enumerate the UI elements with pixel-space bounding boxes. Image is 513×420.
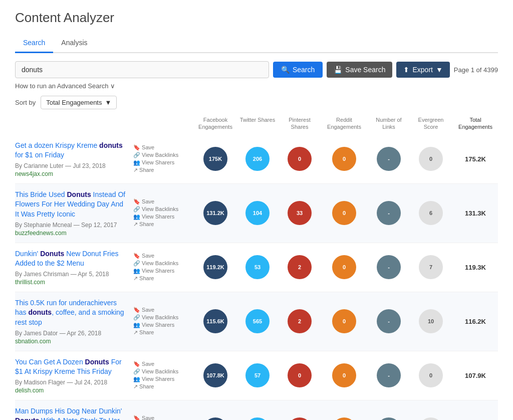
export-icon: ⬆ [403,66,409,74]
result-content: This Bride Used Donuts Instead Of Flower… [15,190,131,237]
share-link[interactable]: ↗ Share [133,329,193,336]
advanced-search-link[interactable]: How to run an Advanced Search ∨ [15,82,498,90]
tab-search[interactable]: Search [15,34,53,53]
table-row: Dunkin' Donuts New Donut Fries Added to … [15,243,498,292]
save-link[interactable]: 🔖 Save [133,415,193,420]
save-link[interactable]: 🔖 Save [133,307,193,313]
col-header-links: Number of Links [369,116,409,131]
result-domain[interactable]: thrillist.com [15,279,126,286]
evergreen-col: 10 [411,309,451,333]
advanced-search-chevron-icon: ∨ [110,82,115,90]
metric-bubble: 103 [245,417,270,420]
metric-bubble: 104 [245,201,270,225]
result-domain[interactable]: delish.com [15,387,126,394]
result-meta: By Carianne Luter — Jul 23, 2018 [15,162,126,169]
twitter-col: 57 [237,363,278,387]
view-sharers-link[interactable]: 👥 View Sharers [133,322,193,328]
total-col: 116.2K [453,318,498,325]
view-backlinks-link[interactable]: 🔗 View Backlinks [133,368,193,375]
metric-bubble: 0 [288,147,312,171]
metric-bubble: 0 [419,147,443,171]
reddit-col: 0 [322,363,367,387]
table-row: Get a dozen Krispy Kreme donuts for $1 o… [15,135,498,184]
result-content: This 0.5K run for underachievers has don… [15,298,131,345]
col-header-facebook: Facebook Engagements [195,116,235,131]
metric-bubble: 565 [245,309,270,333]
pinterest-col: 2 [280,309,320,333]
result-domain[interactable]: news4jax.com [15,170,126,177]
metric-bubble: 33 [288,201,312,225]
metric-bubble: 131.2K [203,201,227,225]
advanced-search-label: How to run an Advanced Search [15,82,108,90]
evergreen-col: 6 [411,201,451,225]
result-meta: By Madison Flager — Jul 24, 2018 [15,379,126,386]
save-link[interactable]: 🔖 Save [133,144,193,151]
facebook-col: 107.8K [195,363,235,387]
pinterest-col: 10 [280,417,320,420]
results-list: Get a dozen Krispy Kreme donuts for $1 o… [15,135,498,420]
page-title: Content Analyzer [15,10,498,26]
result-title[interactable]: This 0.5K run for underachievers has don… [15,298,126,328]
result-title[interactable]: Dunkin' Donuts New Donut Fries Added to … [15,249,126,269]
links-col: - [369,255,409,279]
save-search-button[interactable]: 💾 Save Search [327,62,392,78]
table-row: This Bride Used Donuts Instead Of Flower… [15,184,498,243]
save-link[interactable]: 🔖 Save [133,253,193,259]
view-backlinks-link[interactable]: 🔗 View Backlinks [133,152,193,158]
view-sharers-link[interactable]: 👥 View Sharers [133,214,193,220]
metric-bubble: 53 [245,255,270,279]
reddit-col: 0 [322,309,367,333]
view-sharers-link[interactable]: 👥 View Sharers [133,268,193,274]
col-header-title [15,116,131,131]
result-content: Man Dumps His Dog Near Dunkin' Donuts Wi… [15,406,131,420]
save-link[interactable]: 🔖 Save [133,361,193,367]
reddit-col: 0 [322,201,367,225]
view-backlinks-link[interactable]: 🔗 View Backlinks [133,206,193,213]
save-link[interactable]: 🔖 Save [133,198,193,205]
share-link[interactable]: ↗ Share [133,383,193,390]
share-link[interactable]: ↗ Share [133,275,193,282]
result-domain[interactable]: buzzfeednews.com [15,230,126,237]
search-input[interactable] [15,61,269,78]
result-content: Get a dozen Krispy Kreme donuts for $1 o… [15,141,131,177]
result-content: Dunkin' Donuts New Donut Fries Added to … [15,249,131,286]
share-link[interactable]: ↗ Share [133,167,193,173]
metric-bubble: 0 [332,363,356,387]
reddit-col: 0 [322,417,367,420]
result-meta: By James Dator — Apr 26, 2018 [15,330,126,337]
view-sharers-link[interactable]: 👥 View Sharers [133,376,193,382]
export-button[interactable]: ⬆ Export ▼ [396,62,449,78]
view-backlinks-link[interactable]: 🔗 View Backlinks [133,314,193,321]
metric-bubble: 10 [288,417,312,420]
col-header-actions [133,116,193,131]
sort-row: Sort by Total Engagements ▼ [15,96,498,109]
metric-bubble: 119.2K [203,255,227,279]
result-title[interactable]: You Can Get A Dozen Donuts For $1 At Kri… [15,357,126,377]
metric-bubble: 206 [245,147,270,171]
table-row: You Can Get A Dozen Donuts For $1 At Kri… [15,351,498,400]
metric-bubble: 107.8K [203,363,227,387]
total-col: 131.3K [453,209,498,217]
result-title[interactable]: This Bride Used Donuts Instead Of Flower… [15,190,126,220]
view-backlinks-link[interactable]: 🔗 View Backlinks [133,260,193,267]
view-sharers-link[interactable]: 👥 View Sharers [133,159,193,166]
metric-bubble: - [377,147,401,171]
facebook-col: 115.6K [195,309,235,333]
sort-value: Total Engagements [46,99,102,106]
save-search-icon: 💾 [334,66,342,74]
share-link[interactable]: ↗ Share [133,221,193,228]
metric-bubble: 6 [419,201,443,225]
metric-bubble: 99K [203,417,227,420]
links-col: - [369,201,409,225]
result-domain[interactable]: sbnation.com [15,338,126,345]
result-title[interactable]: Get a dozen Krispy Kreme donuts for $1 o… [15,141,126,160]
column-headers: Facebook Engagements Twitter Shares Pint… [15,114,498,133]
sort-select[interactable]: Total Engagements ▼ [41,96,117,109]
facebook-col: 99K [195,417,235,420]
col-header-total[interactable]: Total Engagements [453,116,498,131]
tab-analysis[interactable]: Analysis [53,34,95,53]
result-title[interactable]: Man Dumps His Dog Near Dunkin' Donuts Wi… [15,406,126,420]
metric-bubble: - [377,363,401,387]
search-button[interactable]: 🔍 Search [273,62,323,78]
pinterest-col: 0 [280,147,320,171]
